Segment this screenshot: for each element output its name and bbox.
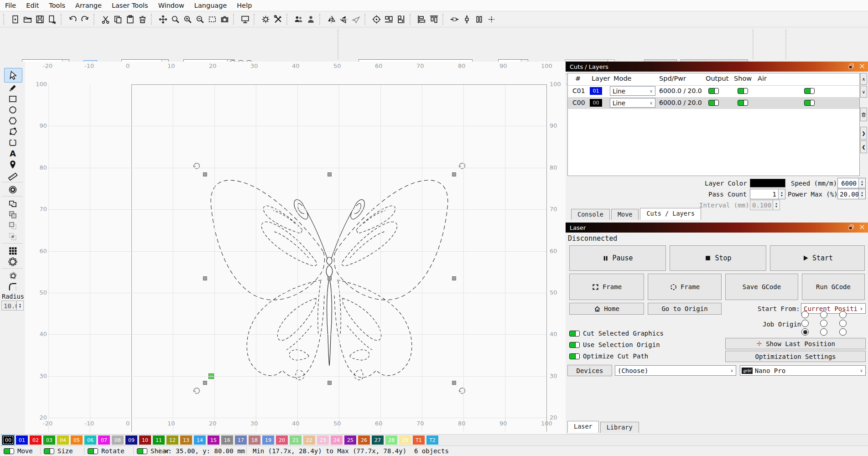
selection-handle[interactable] [452, 381, 456, 385]
palette-swatch-26[interactable]: 26 [358, 435, 370, 445]
stop-button[interactable]: Stop [670, 245, 766, 271]
device-tools-icon[interactable] [272, 13, 284, 26]
distribute-h-icon[interactable] [448, 13, 461, 26]
undo-icon[interactable] [67, 13, 79, 26]
frame-select-icon[interactable] [206, 13, 218, 26]
settings-gear-icon[interactable] [260, 13, 272, 26]
palette-swatch-04[interactable]: 04 [57, 435, 69, 445]
job-origin-radio-0[interactable] [801, 311, 809, 318]
palette-swatch-T2[interactable]: T2 [426, 435, 438, 445]
palette-swatch-27[interactable]: 27 [372, 435, 384, 445]
tab-laser[interactable]: Laser [567, 421, 599, 433]
menu-laser-tools[interactable]: Laser Tools [107, 0, 153, 11]
palette-swatch-05[interactable]: 05 [71, 435, 83, 445]
rotate-toggle[interactable] [88, 448, 98, 454]
save-gcode-button[interactable]: Save GCode [725, 274, 798, 300]
ellipse-tool-icon[interactable] [4, 104, 21, 115]
job-origin-radio-6[interactable] [801, 328, 809, 336]
trace-tool-icon[interactable] [4, 270, 21, 281]
palette-swatch-03[interactable]: 03 [43, 435, 55, 445]
space-bars-icon[interactable] [473, 13, 485, 26]
layer-show-toggle[interactable] [738, 88, 748, 94]
menu-window[interactable]: Window [153, 0, 189, 11]
weld-tool-icon[interactable] [4, 198, 21, 209]
menu-language[interactable]: Language [189, 0, 232, 11]
home-button[interactable]: Home [569, 303, 644, 315]
shape-frame-tool-icon[interactable] [4, 137, 21, 148]
boolean-union-tool-icon[interactable] [4, 209, 21, 220]
job-origin-radio-4[interactable] [820, 320, 827, 327]
layer-air-toggle[interactable] [804, 88, 815, 94]
palette-swatch-18[interactable]: 18 [249, 435, 260, 445]
selection-handle[interactable] [203, 276, 207, 280]
device-choose-combo[interactable]: (Choose)∨ [615, 365, 736, 376]
start-button[interactable]: Start [770, 245, 865, 271]
trash-icon[interactable] [136, 13, 149, 26]
select-tool-icon[interactable] [4, 68, 22, 83]
palette-swatch-06[interactable]: 06 [84, 435, 96, 445]
pass-count-field[interactable]: 1▲▼ [750, 189, 785, 199]
job-origin-radio-8[interactable] [839, 328, 847, 336]
layer-air-toggle[interactable] [804, 100, 815, 106]
job-origin-radio-5[interactable] [839, 320, 847, 327]
scroll-down-button[interactable]: ∨ [860, 86, 867, 98]
status-toggle-rotate[interactable]: Rotate [88, 447, 125, 455]
job-origin-radio-2[interactable] [839, 311, 847, 318]
pass-count-spinner[interactable]: ▲▼ [778, 189, 785, 199]
job-origin-radio-7[interactable] [820, 328, 827, 336]
layer-output-toggle[interactable] [708, 88, 719, 94]
boolean-subtract-tool-icon[interactable] [4, 220, 21, 231]
layer-row-C01[interactable]: C0101Line∨6000.0 / 20.0 [568, 85, 859, 97]
device-name-combo[interactable]: grblNano Pro∨ [740, 365, 866, 376]
palette-swatch-19[interactable]: 19 [262, 435, 274, 445]
use-selection-origin-toggle[interactable] [569, 342, 580, 348]
palette-swatch-07[interactable]: 07 [98, 435, 110, 445]
palette-swatch-08[interactable]: 08 [112, 435, 124, 445]
job-origin-radio-3[interactable] [801, 320, 809, 327]
palette-swatch-20[interactable]: 20 [276, 435, 288, 445]
devices-button[interactable]: Devices [567, 365, 612, 376]
layer-mode-combo[interactable]: Line∨ [610, 86, 655, 96]
tab-console[interactable]: Console [571, 209, 610, 220]
float-panel-icon[interactable] [848, 63, 854, 71]
start-from-combo[interactable]: Current Position∨ [801, 303, 866, 314]
boolean-intersect-tool-icon[interactable] [4, 231, 21, 242]
edit-nodes-tool-icon[interactable] [4, 126, 21, 137]
tab-cuts-layers[interactable]: Cuts / Layers [640, 208, 701, 220]
frame-circle-button[interactable]: Frame [648, 274, 722, 300]
palette-swatch-02[interactable]: 02 [30, 435, 42, 445]
palette-swatch-13[interactable]: 13 [180, 435, 192, 445]
layer-list-scrollbar[interactable]: ∧ ∨ ❯ ❮ [860, 73, 867, 176]
tab-move[interactable]: Move [611, 209, 639, 220]
draw-pencil-tool-icon[interactable] [4, 83, 21, 93]
move-layer-right-button[interactable]: ❯ [860, 127, 867, 140]
folder-open-icon[interactable] [21, 13, 34, 26]
rotate-handle-icon[interactable] [457, 161, 467, 171]
float-panel-icon[interactable] [848, 224, 854, 232]
scroll-up-button[interactable]: ∧ [860, 73, 867, 85]
palette-swatch-01[interactable]: 01 [16, 435, 28, 445]
position-tool-icon[interactable] [4, 159, 21, 170]
rectangle-tool-icon[interactable] [4, 93, 21, 104]
palette-swatch-12[interactable]: 12 [166, 435, 178, 445]
align-left-edge-icon[interactable] [416, 13, 428, 26]
status-toggle-move[interactable]: Move [4, 447, 33, 455]
frame-rect-button[interactable]: Frame [569, 274, 644, 300]
speed-spinner[interactable]: ▲▼ [858, 178, 865, 188]
cut-selected-toggle[interactable] [569, 331, 580, 337]
go-to-origin-button[interactable]: Go to Origin [648, 303, 722, 315]
layer-mode-combo[interactable]: Line∨ [610, 98, 655, 108]
menu-help[interactable]: Help [232, 0, 257, 11]
zoom-icon[interactable] [169, 13, 182, 26]
mirror-across-line-icon[interactable] [350, 13, 362, 26]
selection-handle[interactable] [327, 381, 332, 385]
optimize-cut-path-row[interactable]: Optimize Cut Path [569, 352, 648, 360]
close-panel-icon[interactable] [859, 63, 865, 71]
palette-swatch-T1[interactable]: T1 [413, 435, 425, 445]
pause-button[interactable]: Pause [569, 245, 666, 271]
speed-field[interactable]: 6000▲▼ [837, 178, 866, 188]
size-toggle[interactable] [44, 448, 54, 454]
menu-edit[interactable]: Edit [21, 0, 44, 11]
palette-swatch-14[interactable]: 14 [194, 435, 206, 445]
palette-swatch-11[interactable]: 11 [153, 435, 165, 445]
